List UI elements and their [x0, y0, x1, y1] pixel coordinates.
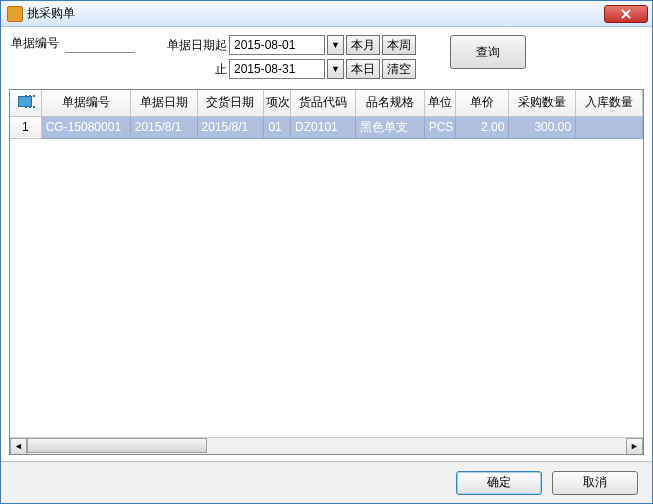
cell-doc_no: CG-15080001	[41, 116, 130, 138]
date-from-input[interactable]: 2015-08-01	[229, 35, 325, 55]
this-week-button[interactable]: 本周	[382, 35, 416, 55]
date-to-label: 止	[165, 61, 227, 78]
scroll-left-button[interactable]: ◄	[10, 438, 27, 455]
table-row[interactable]: 1CG-150800012015/8/12015/8/101DZ0101黑色单支…	[10, 116, 643, 138]
date-from-label: 单据日期起	[165, 37, 227, 54]
grid-corner	[10, 90, 41, 116]
close-button[interactable]	[604, 5, 648, 23]
cell-doc_date: 2015/8/1	[130, 116, 197, 138]
row-number: 1	[10, 116, 41, 138]
cell-price: 2.00	[455, 116, 508, 138]
this-month-button[interactable]: 本月	[346, 35, 380, 55]
scroll-thumb[interactable]	[27, 438, 207, 453]
cancel-button[interactable]: 取消	[552, 471, 638, 495]
doc-no-input[interactable]	[65, 35, 135, 53]
column-header[interactable]: 单据日期	[130, 90, 197, 116]
app-icon	[7, 6, 23, 22]
date-from-dropdown[interactable]: ▼	[327, 35, 344, 55]
column-header[interactable]: 入库数量	[576, 90, 643, 116]
data-grid: 单据编号单据日期交货日期项次货品代码品名规格单位单价采购数量入库数量 1CG-1…	[9, 89, 644, 455]
date-to-input[interactable]: 2015-08-31	[229, 59, 325, 79]
title-bar: 挑采购单	[1, 1, 652, 27]
cell-spec: 黑色单支	[355, 116, 424, 138]
column-header[interactable]: 交货日期	[197, 90, 264, 116]
column-header[interactable]: 品名规格	[355, 90, 424, 116]
doc-no-label: 单据编号	[11, 35, 59, 52]
scroll-track[interactable]	[27, 438, 626, 455]
dialog-footer: 确定 取消	[1, 461, 652, 503]
cell-qty_in	[576, 116, 643, 138]
column-header[interactable]: 单据编号	[41, 90, 130, 116]
query-button[interactable]: 查询	[450, 35, 526, 69]
film-icon	[18, 96, 32, 107]
date-to-dropdown[interactable]: ▼	[327, 59, 344, 79]
horizontal-scrollbar[interactable]: ◄ ►	[10, 437, 643, 454]
column-header[interactable]: 项次	[264, 90, 291, 116]
today-button[interactable]: 本日	[346, 59, 380, 79]
window-title: 挑采购单	[27, 5, 604, 22]
cell-unit: PCS	[424, 116, 455, 138]
column-header[interactable]: 单价	[455, 90, 508, 116]
cell-item: 01	[264, 116, 291, 138]
ok-button[interactable]: 确定	[456, 471, 542, 495]
cell-code: DZ0101	[291, 116, 356, 138]
column-header[interactable]: 单位	[424, 90, 455, 116]
column-header[interactable]: 货品代码	[291, 90, 356, 116]
cell-qty_buy: 300.00	[509, 116, 576, 138]
column-header[interactable]: 采购数量	[509, 90, 576, 116]
filter-toolbar: 单据编号 单据日期起 2015-08-01 ▼ 本月 本周 止 2015-08-…	[1, 27, 652, 89]
close-icon	[620, 9, 632, 19]
scroll-right-button[interactable]: ►	[626, 438, 643, 455]
cell-deliv_date: 2015/8/1	[197, 116, 264, 138]
clear-button[interactable]: 清空	[382, 59, 416, 79]
